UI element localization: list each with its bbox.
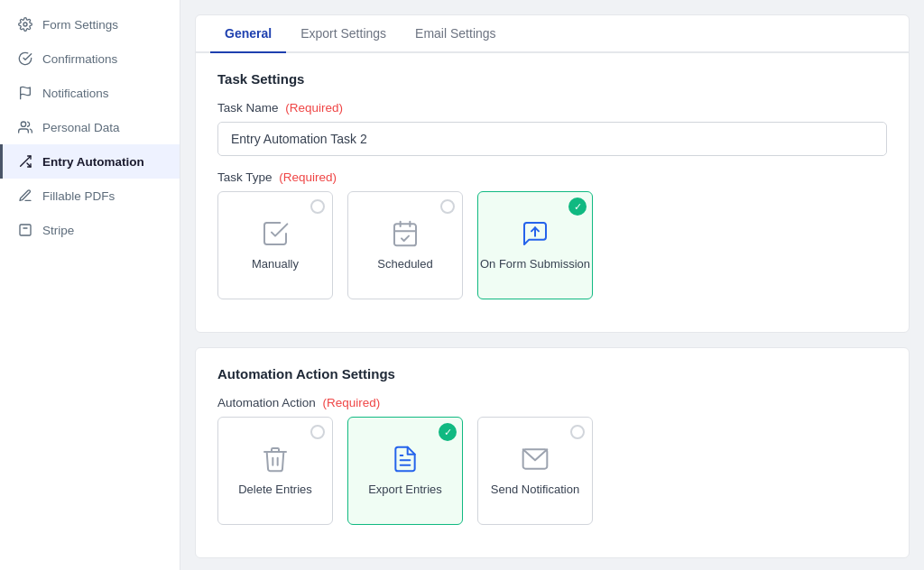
sidebar-item-personal-data[interactable]: Personal Data xyxy=(0,110,180,144)
pen-icon xyxy=(17,188,33,204)
form-submission-label: On Form Submission xyxy=(480,257,590,272)
task-settings-content: Task Settings Task Name (Required) Task … xyxy=(196,53,909,332)
task-name-label: Task Name (Required) xyxy=(217,101,887,115)
action-send-notification-tile[interactable]: Send Notification xyxy=(477,417,593,525)
task-type-form-submission-check: ✓ xyxy=(568,198,587,216)
sidebar-item-fillable-pdfs-label: Fillable PDFs xyxy=(42,189,115,203)
svg-rect-6 xyxy=(394,224,416,245)
automation-action-content: Automation Action Settings Automation Ac… xyxy=(196,348,909,557)
action-export-entries-tile[interactable]: ✓ Export Entries xyxy=(347,417,463,525)
task-name-group: Task Name (Required) xyxy=(217,101,887,156)
export-entries-label: Export Entries xyxy=(368,483,442,498)
tab-email-settings[interactable]: Email Settings xyxy=(401,15,510,53)
automation-action-title: Automation Action Settings xyxy=(217,366,887,382)
task-type-scheduled-tile[interactable]: Scheduled xyxy=(347,191,463,299)
svg-point-0 xyxy=(23,23,27,26)
task-settings-title: Task Settings xyxy=(217,71,887,87)
sidebar-item-stripe-label: Stripe xyxy=(42,224,74,237)
automation-icon xyxy=(17,153,33,170)
sidebar-item-confirmations[interactable]: Confirmations xyxy=(0,41,180,76)
delete-entries-icon xyxy=(261,445,290,473)
flag-icon xyxy=(17,85,33,101)
sidebar-item-personal-data-label: Personal Data xyxy=(42,121,120,134)
task-type-scheduled-radio xyxy=(440,199,455,214)
action-delete-entries-tile[interactable]: Delete Entries xyxy=(217,417,333,525)
send-notification-icon xyxy=(521,445,550,473)
task-type-tiles: Manually xyxy=(217,191,887,299)
automation-action-card: Automation Action Settings Automation Ac… xyxy=(195,347,910,558)
action-export-entries-check: ✓ xyxy=(439,423,457,441)
automation-action-label: Automation Action (Required) xyxy=(217,396,887,409)
manually-label: Manually xyxy=(252,257,299,272)
automation-action-group: Automation Action (Required) xyxy=(217,396,887,525)
scheduled-label: Scheduled xyxy=(377,257,432,272)
tabs-list: General Export Settings Email Settings xyxy=(210,15,894,51)
sidebar-item-entry-automation-label: Entry Automation xyxy=(42,155,144,169)
sidebar-item-fillable-pdfs[interactable]: Fillable PDFs xyxy=(0,179,180,213)
sidebar-item-form-settings[interactable]: Form Settings xyxy=(0,7,180,41)
export-entries-icon xyxy=(391,445,420,473)
delete-entries-label: Delete Entries xyxy=(238,483,312,498)
sidebar-item-stripe[interactable]: Stripe xyxy=(0,213,180,247)
scheduled-icon xyxy=(391,219,420,248)
stripe-icon xyxy=(17,222,33,238)
task-type-manually-radio xyxy=(310,199,325,214)
manually-icon xyxy=(261,219,290,248)
task-settings-card: General Export Settings Email Settings T… xyxy=(195,14,910,333)
sidebar-item-form-settings-label: Form Settings xyxy=(42,18,118,32)
sidebar-item-notifications-label: Notifications xyxy=(42,87,109,100)
sidebar-item-notifications[interactable]: Notifications xyxy=(0,76,180,110)
tab-export-settings[interactable]: Export Settings xyxy=(286,15,401,53)
sidebar-item-entry-automation[interactable]: Entry Automation xyxy=(0,144,180,179)
sidebar-item-confirmations-label: Confirmations xyxy=(42,52,117,66)
tabs-header: General Export Settings Email Settings xyxy=(196,15,909,53)
task-name-input[interactable] xyxy=(217,122,887,156)
sidebar: Form Settings Confirmations Notification… xyxy=(0,0,180,570)
svg-rect-5 xyxy=(20,225,31,235)
tab-general[interactable]: General xyxy=(210,15,286,53)
automation-action-tiles: Delete Entries ✓ xyxy=(217,417,887,525)
action-delete-entries-radio xyxy=(310,425,325,439)
action-send-notification-radio xyxy=(570,425,585,439)
users-icon xyxy=(17,119,33,135)
task-type-group: Task Type (Required) Manually xyxy=(217,170,887,299)
form-submission-icon xyxy=(521,219,550,248)
task-type-form-submission-tile[interactable]: ✓ On Form Submission xyxy=(477,191,593,299)
main-content: General Export Settings Email Settings T… xyxy=(180,0,924,570)
task-type-manually-tile[interactable]: Manually xyxy=(217,191,333,299)
gear-icon xyxy=(17,16,33,32)
check-circle-icon xyxy=(17,51,33,67)
task-type-label: Task Type (Required) xyxy=(217,170,887,184)
send-notification-label: Send Notification xyxy=(491,483,579,498)
svg-point-2 xyxy=(21,122,25,126)
